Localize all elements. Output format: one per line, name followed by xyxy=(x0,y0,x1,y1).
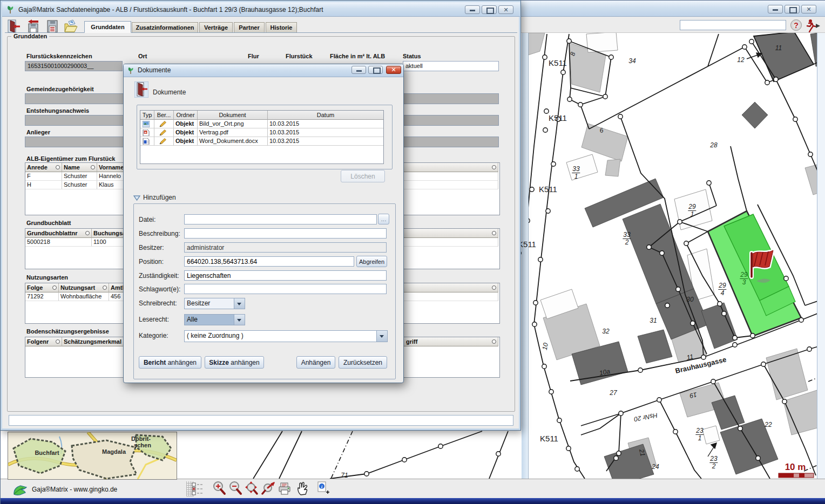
dialog-titlebar[interactable]: Dokumente ✕ xyxy=(124,64,403,77)
sort-icon[interactable] xyxy=(492,285,496,290)
chevron-down-icon[interactable] xyxy=(376,331,387,342)
table-cell-ordner[interactable]: Objekt xyxy=(174,120,198,128)
col-anrede[interactable]: Anrede xyxy=(25,163,62,172)
table-cell-ordner[interactable]: Objekt xyxy=(174,128,198,137)
leserecht-combo[interactable]: Alle xyxy=(184,314,245,325)
beschreibung-input[interactable] xyxy=(184,228,387,239)
col-nutzungsart[interactable]: Nutzungsart xyxy=(59,283,109,292)
main-maximize-button[interactable] xyxy=(482,5,497,14)
table-row-edit[interactable] xyxy=(154,128,174,137)
main-close-button[interactable]: ✕ xyxy=(498,5,513,14)
zoom-pan-icon[interactable] xyxy=(244,481,259,496)
sort-icon[interactable] xyxy=(52,285,57,290)
status-field[interactable]: aktuell xyxy=(403,61,499,71)
col-dokument[interactable]: Dokument xyxy=(198,111,268,120)
main-titlebar[interactable]: Gaja®Matrix Sachdateneingabe - ALB / Flu… xyxy=(2,2,520,17)
zoom-in-icon[interactable] xyxy=(212,481,227,496)
overview-map-panel[interactable]: BuchfartMagdalaDöbrit-schen xyxy=(8,432,177,480)
besitzer-input[interactable] xyxy=(184,242,387,253)
col-grundbuchblattnr[interactable]: Grundbuchblattnr xyxy=(25,229,92,238)
table-row-icon[interactable]: a xyxy=(140,128,154,137)
skizze-anhaengen-button[interactable]: Skizze anhängen xyxy=(205,356,264,369)
open-folder-icon[interactable] xyxy=(63,19,78,34)
help-icon[interactable]: ? xyxy=(790,19,802,31)
table-cell[interactable]: 5000218 xyxy=(25,238,92,247)
exit-door-icon[interactable] xyxy=(6,19,21,34)
legend-icon[interactable] xyxy=(191,481,206,496)
table-cell[interactable]: 71292 xyxy=(25,292,59,301)
print-icon[interactable] xyxy=(277,481,292,496)
bericht-anhaengen-button[interactable]: Bericht anhängen xyxy=(139,356,201,369)
tab-vertraege[interactable]: Verträge xyxy=(199,22,233,32)
map-search-input[interactable] xyxy=(680,20,786,30)
table-cell[interactable]: H xyxy=(25,181,62,189)
col-ordner[interactable]: Ordner xyxy=(174,111,198,120)
sort-icon[interactable] xyxy=(492,339,496,344)
zoom-select-icon[interactable] xyxy=(261,481,276,496)
sort-icon[interactable] xyxy=(91,165,95,169)
kategorie-combo[interactable]: ( keine Zuordnung ) xyxy=(184,330,388,342)
table-row-icon[interactable] xyxy=(140,137,154,146)
sort-icon[interactable] xyxy=(85,231,90,235)
col-folge[interactable]: Folge xyxy=(25,283,59,292)
zustaendigkeit-input[interactable] xyxy=(184,270,387,281)
table-cell-dokument[interactable]: Bild_vor_Ort.png xyxy=(198,120,268,128)
hinzufuegen-title[interactable]: Hinzufügen xyxy=(143,194,176,201)
table-row-icon[interactable] xyxy=(140,120,154,128)
col-datum[interactable]: Datum xyxy=(268,111,383,120)
position-input[interactable] xyxy=(184,256,354,267)
schreibrecht-combo[interactable]: Besitzer xyxy=(184,298,245,309)
dialog-close-button[interactable]: ✕ xyxy=(386,66,401,74)
tab-zusatzinformationen[interactable]: Zusatzinformationen xyxy=(132,22,198,32)
hand-icon[interactable] xyxy=(295,481,310,496)
table-cell[interactable]: F xyxy=(25,172,62,181)
sort-icon[interactable] xyxy=(56,339,60,344)
table-cell-datum[interactable]: 10.03.2015 xyxy=(268,137,383,146)
zoom-out-icon[interactable] xyxy=(228,481,243,496)
col-folgenr[interactable]: Folgenr xyxy=(25,337,62,346)
abgreifen-button[interactable]: Abgreifen xyxy=(356,256,387,267)
datei-input[interactable] xyxy=(184,214,377,224)
col-name[interactable]: Name xyxy=(62,163,97,172)
table-cell[interactable]: Schuster xyxy=(62,172,97,181)
anhaengen-button[interactable]: Anhängen xyxy=(296,356,335,369)
dialog-minimize-button[interactable] xyxy=(351,66,366,74)
exit-run-icon[interactable] xyxy=(804,18,821,32)
table-cell-ordner[interactable]: Objekt xyxy=(174,137,198,146)
tab-partner[interactable]: Partner xyxy=(234,22,265,32)
table-row-edit[interactable] xyxy=(154,120,174,128)
table-cell[interactable]: Wohnbaufläche xyxy=(59,292,109,301)
flurstueckskennzeichen-field[interactable]: 165315001000290003__ xyxy=(25,61,123,71)
col-typ[interactable]: Typ xyxy=(140,111,154,120)
map-maximize-button[interactable] xyxy=(785,5,800,13)
schlagwort-input[interactable] xyxy=(184,284,387,294)
tab-historie[interactable]: Historie xyxy=(266,22,297,32)
table-cell[interactable]: Schuster xyxy=(62,181,97,189)
save-back-icon[interactable] xyxy=(25,19,40,34)
expander-triangle-icon[interactable] xyxy=(133,195,140,201)
sort-icon[interactable] xyxy=(492,231,496,235)
sort-icon[interactable] xyxy=(56,165,60,169)
table-row-edit[interactable] xyxy=(154,137,174,146)
loeschen-button[interactable]: Löschen xyxy=(341,170,385,182)
tab-grunddaten[interactable]: Grunddaten xyxy=(84,21,131,33)
documents-table[interactable]: Typ Ber... Ordner Dokument Datum Objekt … xyxy=(140,110,384,164)
table-cell-dokument[interactable]: Word_Dokument.docx xyxy=(198,137,268,146)
info-icon[interactable]: i xyxy=(315,481,330,496)
map-minimize-button[interactable] xyxy=(768,5,783,13)
col-ber[interactable]: Ber... xyxy=(154,111,174,120)
sort-icon[interactable] xyxy=(103,285,107,290)
browse-button[interactable]: ... xyxy=(378,214,389,224)
dialog-restore-button[interactable] xyxy=(368,66,383,74)
table-cell-dokument[interactable]: Vertrag.pdf xyxy=(198,128,268,137)
zuruecksetzen-button[interactable]: Zurücksetzen xyxy=(339,356,387,369)
table-cell-datum[interactable]: 10.03.2015 xyxy=(268,120,383,128)
sort-icon[interactable] xyxy=(492,165,496,169)
word-file-icon xyxy=(143,138,150,145)
chevron-down-icon[interactable] xyxy=(234,315,245,325)
map-close-button[interactable]: ✕ xyxy=(801,5,816,13)
chevron-down-icon[interactable] xyxy=(234,298,245,309)
table-cell-datum[interactable]: 10.03.2015 xyxy=(268,128,383,137)
save-icon[interactable] xyxy=(45,19,60,34)
main-minimize-button[interactable] xyxy=(465,5,480,14)
